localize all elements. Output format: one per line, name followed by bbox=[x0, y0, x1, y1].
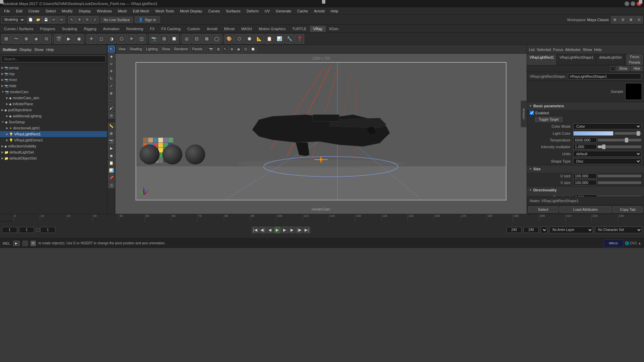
tab-fx[interactable]: FX bbox=[147, 26, 158, 32]
vsize-slider[interactable] bbox=[598, 181, 641, 184]
outliner-item-hide[interactable]: ▶📷hide bbox=[0, 83, 107, 89]
channel-box-btn[interactable]: 📊 bbox=[275, 34, 284, 44]
menu-select[interactable]: Select bbox=[43, 8, 59, 14]
menu-edit[interactable]: Edit bbox=[13, 8, 25, 14]
expand-arrow[interactable]: ▶ bbox=[1, 108, 4, 112]
attr-color-chip[interactable] bbox=[610, 66, 615, 71]
timeline-tick-230[interactable]: 230 bbox=[618, 214, 624, 222]
timeline-tick-90[interactable]: 90 bbox=[250, 214, 254, 222]
expand-arrow[interactable]: ▶ bbox=[6, 102, 8, 106]
workspace-icon1[interactable]: ⊞ bbox=[611, 16, 619, 23]
minimize-button[interactable]: ─ bbox=[625, 1, 629, 6]
move-btn[interactable]: ✛ bbox=[108, 68, 115, 74]
render-settings-btn[interactable]: 🎬 bbox=[54, 34, 63, 44]
tab-vray[interactable]: VRay bbox=[310, 26, 326, 32]
load-attributes-btn[interactable]: Load Attributes bbox=[559, 206, 612, 213]
enabled-checkbox[interactable] bbox=[530, 111, 534, 115]
ae-show-btn[interactable]: Show bbox=[583, 48, 592, 52]
timeline-tick-160[interactable]: 160 bbox=[434, 214, 440, 222]
vp-snap-btn[interactable]: ⊕ bbox=[229, 46, 235, 53]
timeline-tick-70[interactable]: 70 bbox=[197, 214, 202, 222]
vp-panels-menu[interactable]: Panels bbox=[191, 46, 204, 53]
hypershade-btn[interactable]: ⬡ bbox=[234, 34, 244, 44]
menu-deform[interactable]: Deform bbox=[244, 8, 261, 14]
select-mode-btn[interactable]: ↖ bbox=[108, 46, 115, 52]
open-btn[interactable]: 📂 bbox=[35, 16, 42, 23]
temperature-slider[interactable] bbox=[598, 139, 641, 141]
snap-surface-btn[interactable]: ◈ bbox=[32, 34, 41, 44]
outliner-show-menu[interactable]: Show bbox=[34, 48, 44, 52]
timeline-tick-40[interactable]: 40 bbox=[118, 214, 123, 222]
toggle-target-btn[interactable]: Toggle Target bbox=[535, 117, 562, 122]
search-input[interactable] bbox=[1, 56, 106, 62]
tool-settings-btn[interactable]: 🔧 bbox=[285, 34, 294, 44]
ae-help-btn[interactable]: Help bbox=[594, 48, 602, 52]
no-live-surface-btn[interactable]: No Live Surface bbox=[101, 17, 133, 23]
timeline-tick-0[interactable]: 0 bbox=[13, 214, 16, 222]
lasso-select-btn[interactable]: ⊃ bbox=[108, 60, 115, 67]
expand-arrow[interactable]: ▶ bbox=[1, 78, 4, 81]
light-color-slider[interactable] bbox=[614, 132, 641, 135]
expand-arrow[interactable]: ▶ bbox=[6, 138, 8, 142]
expand-arrow[interactable]: ▶ bbox=[6, 132, 8, 136]
ae-selected-btn[interactable]: Selected bbox=[537, 48, 551, 52]
outliner-item-reflectionvisibility[interactable]: ▶◆reflectionVisibility bbox=[0, 143, 107, 149]
play-btn[interactable]: ▶ bbox=[274, 227, 281, 233]
tab-animation[interactable]: Animation bbox=[100, 26, 123, 32]
workspace-icon2[interactable]: ⊟ bbox=[619, 16, 627, 23]
menu-windows[interactable]: Windows bbox=[94, 8, 115, 14]
timeline-tick-180[interactable]: 180 bbox=[486, 214, 492, 222]
anim-layer-dropdown[interactable]: No Anim Layer bbox=[549, 227, 593, 233]
go-start-btn[interactable]: |◀ bbox=[252, 227, 259, 233]
timeline-tick-120[interactable]: 120 bbox=[329, 214, 335, 222]
menu-modify[interactable]: Modify bbox=[59, 8, 75, 14]
color-manager-btn[interactable]: 🎨 bbox=[224, 34, 234, 44]
measure-btn[interactable]: 📏 bbox=[108, 123, 115, 129]
rotate-tool-btn[interactable]: ↻ bbox=[84, 16, 91, 23]
isolate-btn[interactable]: ◎ bbox=[182, 34, 191, 44]
outliner-item-sunsetup[interactable]: ▼◆SunSetup bbox=[0, 119, 107, 125]
tab-mash[interactable]: MASH bbox=[238, 26, 255, 32]
timeline-tick-150[interactable]: 150 bbox=[408, 214, 414, 222]
mel-btn[interactable]: ▶ bbox=[13, 241, 20, 246]
workspace-value[interactable]: Maya Classic bbox=[587, 18, 609, 22]
timeline-tick-60[interactable]: 60 bbox=[171, 214, 175, 222]
timeline-tick-140[interactable]: 140 bbox=[381, 214, 387, 222]
outliner-item-additionallighting[interactable]: ▶◆additionalLighting bbox=[0, 113, 107, 119]
light-color-swatch[interactable] bbox=[573, 131, 613, 136]
frame-selected-btn[interactable]: ⊠ bbox=[202, 34, 211, 44]
timeline-ruler[interactable]: 0102030405060708090100110120130140150160… bbox=[13, 214, 644, 222]
focus-button[interactable]: Focus bbox=[627, 54, 643, 59]
expand-arrow[interactable]: ▶ bbox=[6, 114, 8, 118]
intensity-input[interactable] bbox=[573, 144, 597, 149]
expand-arrow[interactable]: ▶ bbox=[1, 144, 4, 148]
render-btn[interactable]: ▶ bbox=[64, 34, 73, 44]
camera-seq-btn[interactable]: 📷 bbox=[108, 137, 115, 144]
vsize-input[interactable] bbox=[573, 180, 597, 185]
sample-swatch[interactable] bbox=[625, 83, 642, 100]
timeline-tick-220[interactable]: 220 bbox=[591, 214, 597, 222]
menu-surfaces[interactable]: Surfaces bbox=[223, 8, 243, 14]
workspace-icon4[interactable]: ⊡ bbox=[635, 16, 643, 23]
menu-create[interactable]: Create bbox=[26, 8, 42, 14]
tab-polygons[interactable]: Polygons bbox=[37, 26, 58, 32]
expand-arrow[interactable]: ▶ bbox=[6, 126, 8, 130]
vp-show-menu[interactable]: Show bbox=[160, 46, 172, 53]
units-dropdown[interactable]: default bbox=[573, 151, 641, 157]
menu-mesh-tools[interactable]: Mesh Tools bbox=[153, 8, 176, 14]
tab-curves---surfaces[interactable]: Curves / Surfaces bbox=[1, 26, 37, 32]
usize-input[interactable] bbox=[573, 173, 597, 179]
copy-tab-btn[interactable]: Copy Tab bbox=[613, 206, 643, 213]
vp-renderer-menu[interactable]: Renderer bbox=[172, 46, 190, 53]
mode-dropdown[interactable]: Modeling bbox=[1, 16, 25, 23]
show-manip-btn[interactable]: ◎ bbox=[108, 112, 115, 119]
timeline-tick-10[interactable]: 10 bbox=[40, 214, 44, 222]
timeline-tick-110[interactable]: 110 bbox=[303, 214, 309, 222]
expand-arrow[interactable]: ▶ bbox=[6, 96, 8, 100]
outliner-item-persp[interactable]: ▶📷persp bbox=[0, 65, 107, 71]
tab-motion-graphics[interactable]: Motion Graphics bbox=[255, 26, 289, 32]
menu-mesh[interactable]: Mesh bbox=[115, 8, 129, 14]
temperature-handle[interactable] bbox=[625, 138, 628, 142]
scale-tool-btn[interactable]: ⤢ bbox=[91, 16, 99, 23]
outliner-item-infiniteplane[interactable]: ▶◆InfinitePlane bbox=[0, 101, 107, 107]
